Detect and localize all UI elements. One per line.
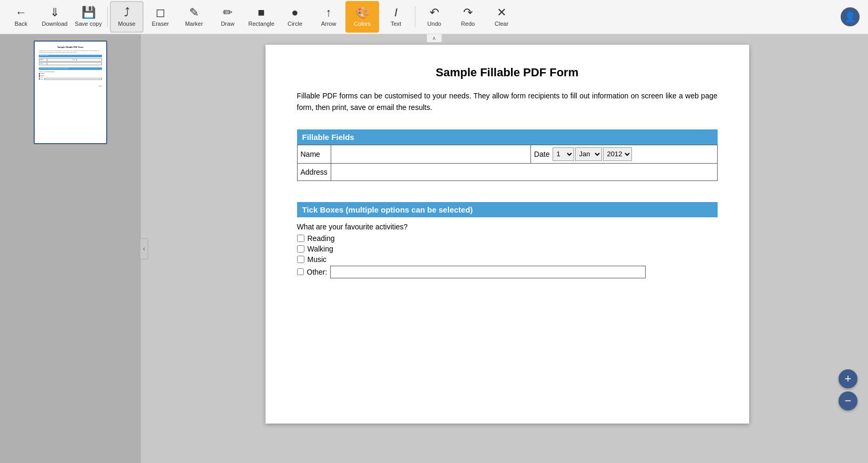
other-label: Other: [307, 268, 328, 276]
toolbar-collapse-arrow[interactable]: ∧ [426, 34, 442, 43]
thumb-header-bar-2: Tick Boxes (multiple options can be sele… [39, 67, 102, 70]
circle-icon: ● [291, 7, 298, 18]
address-input-cell [331, 163, 717, 180]
name-input[interactable] [334, 148, 527, 160]
undo-button[interactable]: ↶ Undo [417, 1, 451, 33]
date-day-select[interactable]: 12345 678910 1112131415 1617181920 21222… [553, 147, 574, 161]
address-label-cell: Address [297, 163, 331, 180]
save-copy-button[interactable]: 💾 Save copy [72, 1, 105, 33]
thumb-cb-4: Other: [39, 78, 102, 80]
avatar-icon: 👤 [844, 11, 856, 23]
collapse-icon: ‹ [143, 245, 145, 253]
thumb-content: Sample Fillable PDF Form Fillable PDF fo… [37, 44, 104, 141]
walking-label: Walking [308, 245, 333, 253]
tick-section: Tick Boxes (multiple options can be sele… [297, 202, 718, 278]
other-checkbox-item: Other: [297, 266, 718, 278]
thumb-title: Sample Fillable PDF Form [39, 46, 102, 49]
back-button[interactable]: ← Back [4, 1, 38, 33]
pdf-page: Sample Fillable PDF Form Fillable PDF fo… [265, 45, 749, 424]
back-icon: ← [15, 7, 27, 18]
other-checkbox[interactable] [297, 268, 304, 275]
mouse-icon: ⤴ [124, 7, 130, 18]
download-icon: ⇓ [50, 7, 59, 18]
fillable-fields-header: Fillable Fields [297, 129, 718, 145]
marker-icon: ✎ [189, 7, 199, 18]
reading-checkbox-item: Reading [297, 234, 718, 243]
thumb-header-bar-1: Fillable Fields [39, 55, 102, 57]
download-button[interactable]: ⇓ Download [38, 1, 72, 33]
pdf-area: Sample Fillable PDF Form Fillable PDF fo… [141, 34, 868, 463]
zoom-controls: + − [839, 369, 857, 410]
draw-label: Draw [221, 21, 234, 27]
redo-button[interactable]: ↷ Redo [451, 1, 485, 33]
date-container: Date 12345 678910 1112131415 1617181920 … [534, 147, 714, 161]
sidebar: Sample Fillable PDF Form Fillable PDF fo… [0, 34, 141, 463]
page-thumbnail[interactable]: Sample Fillable PDF Form Fillable PDF fo… [34, 41, 107, 144]
mouse-button[interactable]: ⤴ Mouse [110, 1, 144, 33]
thumb-page-num: Page 1 [39, 85, 102, 87]
thumb-field-row-address: Addr [39, 62, 102, 65]
eraser-label: Eraser [152, 21, 169, 27]
date-cell: Date 12345 678910 1112131415 1617181920 … [530, 145, 717, 163]
date-year-select[interactable]: 201020112012 201320142015 201620172018 2… [603, 147, 632, 161]
circle-button[interactable]: ● Circle [278, 1, 312, 33]
tick-question: What are your favourite activities? [297, 223, 718, 231]
other-text-input[interactable] [330, 266, 646, 278]
draw-button[interactable]: ✏ Draw [211, 1, 244, 33]
rectangle-label: Rectangle [248, 21, 274, 27]
eraser-button[interactable]: ◻ Eraser [144, 1, 177, 33]
redo-label: Redo [461, 21, 475, 27]
thumb-field-row-name: Name Date [39, 58, 102, 62]
zoom-out-icon: − [845, 394, 852, 408]
rectangle-button[interactable]: ■ Rectangle [244, 1, 278, 33]
pdf-title: Sample Fillable PDF Form [297, 66, 718, 79]
eraser-icon: ◻ [156, 7, 165, 18]
walking-checkbox[interactable] [297, 245, 304, 253]
user-avatar[interactable]: 👤 [841, 7, 860, 26]
toolbar-arrow-icon: ∧ [432, 35, 436, 41]
colors-button[interactable]: 🎨 Colors [345, 1, 379, 33]
zoom-in-button[interactable]: + [839, 369, 857, 388]
sidebar-collapse-button[interactable]: ‹ [140, 238, 148, 259]
marker-button[interactable]: ✎ Marker [177, 1, 211, 33]
arrow-label: Arrow [321, 21, 336, 27]
save-copy-label: Save copy [75, 21, 101, 27]
thumb-tick-question: What are your favourite activities? [39, 71, 102, 73]
draw-icon: ✏ [223, 7, 232, 18]
arrow-button[interactable]: ↑ Arrow [312, 1, 345, 33]
divider-1 [107, 6, 108, 27]
pdf-intro: Fillable PDF forms can be customised to … [297, 90, 718, 114]
circle-label: Circle [288, 21, 302, 27]
zoom-out-button[interactable]: − [839, 391, 857, 410]
name-input-cell [331, 145, 530, 163]
arrow-icon: ↑ [326, 7, 332, 18]
colors-icon: 🎨 [355, 7, 370, 18]
date-month-select[interactable]: JanFebMarApr MayJunJulAug SepOctNovDec [575, 147, 602, 161]
address-input[interactable] [334, 166, 714, 178]
download-label: Download [42, 21, 68, 27]
clear-button[interactable]: ✕ Clear [485, 1, 518, 33]
music-checkbox-item: Music [297, 255, 718, 264]
text-icon: I [394, 7, 397, 18]
text-label: Text [391, 21, 401, 27]
redo-icon: ↷ [463, 7, 473, 18]
reading-checkbox[interactable] [297, 235, 304, 242]
date-label: Date [534, 150, 550, 158]
zoom-in-icon: + [845, 372, 852, 386]
music-label: Music [308, 255, 327, 264]
name-row: Name Date 12345 678910 1112131415 161718… [297, 145, 717, 163]
thumb-text-1: Fillable PDF forms can be customised to … [39, 50, 102, 54]
toolbar: ← Back ⇓ Download 💾 Save copy ⤴ Mouse ◻ … [0, 0, 868, 34]
text-button[interactable]: I Text [379, 1, 413, 33]
marker-label: Marker [185, 21, 203, 27]
tick-boxes-header: Tick Boxes (multiple options can be sele… [297, 202, 718, 217]
mouse-label: Mouse [118, 21, 135, 27]
divider-2 [415, 6, 415, 27]
colors-label: Colors [354, 21, 371, 27]
clear-icon: ✕ [497, 7, 506, 18]
undo-label: Undo [427, 21, 441, 27]
music-checkbox[interactable] [297, 256, 304, 263]
fillable-fields-table: Name Date 12345 678910 1112131415 161718… [297, 145, 718, 181]
back-label: Back [15, 21, 27, 27]
save-icon: 💾 [81, 7, 96, 18]
